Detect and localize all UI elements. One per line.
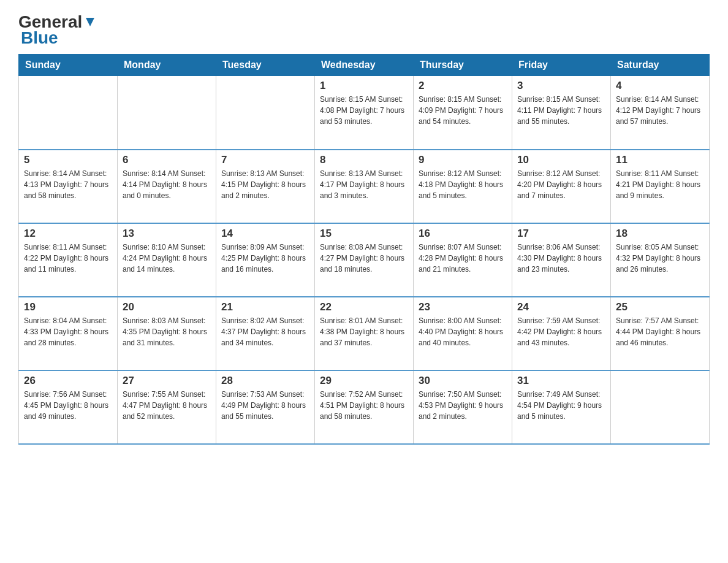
day-info: Sunrise: 7:59 AM Sunset: 4:42 PM Dayligh… (517, 315, 605, 348)
calendar-cell: 1Sunrise: 8:15 AM Sunset: 4:08 PM Daylig… (315, 76, 414, 150)
day-number: 17 (517, 228, 605, 240)
day-info: Sunrise: 8:02 AM Sunset: 4:37 PM Dayligh… (221, 315, 309, 348)
day-info: Sunrise: 8:07 AM Sunset: 4:28 PM Dayligh… (419, 242, 507, 275)
calendar-cell: 22Sunrise: 8:01 AM Sunset: 4:38 PM Dayli… (315, 297, 414, 370)
day-info: Sunrise: 7:49 AM Sunset: 4:54 PM Dayligh… (517, 389, 605, 422)
day-number: 19 (24, 301, 112, 313)
calendar-cell: 24Sunrise: 7:59 AM Sunset: 4:42 PM Dayli… (512, 297, 611, 370)
day-number: 29 (320, 375, 408, 387)
calendar-cell: 13Sunrise: 8:10 AM Sunset: 4:24 PM Dayli… (118, 223, 216, 297)
day-number: 9 (419, 154, 507, 166)
day-info: Sunrise: 8:04 AM Sunset: 4:33 PM Dayligh… (24, 315, 112, 348)
day-info: Sunrise: 8:11 AM Sunset: 4:22 PM Dayligh… (24, 242, 112, 275)
day-info: Sunrise: 8:13 AM Sunset: 4:15 PM Dayligh… (221, 168, 309, 201)
calendar-week-row: 1Sunrise: 8:15 AM Sunset: 4:08 PM Daylig… (19, 76, 710, 150)
day-info: Sunrise: 7:50 AM Sunset: 4:53 PM Dayligh… (419, 389, 507, 422)
day-number: 15 (320, 228, 408, 240)
day-number: 20 (123, 301, 211, 313)
calendar-week-row: 12Sunrise: 8:11 AM Sunset: 4:22 PM Dayli… (19, 223, 710, 297)
day-info: Sunrise: 7:56 AM Sunset: 4:45 PM Dayligh… (24, 389, 112, 422)
calendar-cell: 8Sunrise: 8:13 AM Sunset: 4:17 PM Daylig… (315, 150, 414, 223)
calendar-cell: 23Sunrise: 8:00 AM Sunset: 4:40 PM Dayli… (414, 297, 512, 370)
day-info: Sunrise: 8:03 AM Sunset: 4:35 PM Dayligh… (123, 315, 211, 348)
day-of-week-header: Wednesday (315, 55, 414, 76)
day-number: 14 (221, 228, 309, 240)
calendar-cell: 4Sunrise: 8:14 AM Sunset: 4:12 PM Daylig… (611, 76, 710, 150)
calendar-cell: 2Sunrise: 8:15 AM Sunset: 4:09 PM Daylig… (414, 76, 512, 150)
calendar-cell: 12Sunrise: 8:11 AM Sunset: 4:22 PM Dayli… (19, 223, 118, 297)
day-of-week-header: Tuesday (216, 55, 315, 76)
day-number: 1 (320, 80, 408, 92)
day-number: 27 (123, 375, 211, 387)
day-of-week-header: Sunday (19, 55, 118, 76)
day-number: 26 (24, 375, 112, 387)
calendar-cell: 16Sunrise: 8:07 AM Sunset: 4:28 PM Dayli… (414, 223, 512, 297)
calendar-week-row: 26Sunrise: 7:56 AM Sunset: 4:45 PM Dayli… (19, 370, 710, 444)
calendar-cell: 9Sunrise: 8:12 AM Sunset: 4:18 PM Daylig… (414, 150, 512, 223)
calendar-cell: 11Sunrise: 8:11 AM Sunset: 4:21 PM Dayli… (611, 150, 710, 223)
day-number: 24 (517, 301, 605, 313)
day-info: Sunrise: 8:06 AM Sunset: 4:30 PM Dayligh… (517, 242, 605, 275)
day-number: 10 (517, 154, 605, 166)
logo-triangle-icon (83, 15, 97, 29)
day-info: Sunrise: 8:10 AM Sunset: 4:24 PM Dayligh… (123, 242, 211, 275)
day-of-week-header: Saturday (611, 55, 710, 76)
day-number: 7 (221, 154, 309, 166)
day-info: Sunrise: 8:11 AM Sunset: 4:21 PM Dayligh… (616, 168, 704, 201)
calendar-cell: 25Sunrise: 7:57 AM Sunset: 4:44 PM Dayli… (611, 297, 710, 370)
day-number: 2 (419, 80, 507, 92)
logo-blue: Blue (21, 28, 58, 48)
calendar-cell (118, 76, 216, 150)
day-number: 4 (616, 80, 704, 92)
calendar-cell: 14Sunrise: 8:09 AM Sunset: 4:25 PM Dayli… (216, 223, 315, 297)
calendar-cell: 26Sunrise: 7:56 AM Sunset: 4:45 PM Dayli… (19, 370, 118, 444)
day-info: Sunrise: 8:15 AM Sunset: 4:09 PM Dayligh… (419, 94, 507, 127)
day-number: 31 (517, 375, 605, 387)
calendar-cell: 21Sunrise: 8:02 AM Sunset: 4:37 PM Dayli… (216, 297, 315, 370)
day-info: Sunrise: 8:05 AM Sunset: 4:32 PM Dayligh… (616, 242, 704, 275)
day-info: Sunrise: 7:57 AM Sunset: 4:44 PM Dayligh… (616, 315, 704, 348)
day-number: 8 (320, 154, 408, 166)
logo: General Blue (18, 12, 97, 48)
day-number: 12 (24, 228, 112, 240)
day-info: Sunrise: 8:12 AM Sunset: 4:20 PM Dayligh… (517, 168, 605, 201)
day-number: 22 (320, 301, 408, 313)
calendar-cell: 17Sunrise: 8:06 AM Sunset: 4:30 PM Dayli… (512, 223, 611, 297)
day-number: 25 (616, 301, 704, 313)
day-number: 5 (24, 154, 112, 166)
day-info: Sunrise: 7:52 AM Sunset: 4:51 PM Dayligh… (320, 389, 408, 422)
day-number: 3 (517, 80, 605, 92)
day-info: Sunrise: 8:15 AM Sunset: 4:08 PM Dayligh… (320, 94, 408, 127)
calendar-cell: 29Sunrise: 7:52 AM Sunset: 4:51 PM Dayli… (315, 370, 414, 444)
day-info: Sunrise: 8:00 AM Sunset: 4:40 PM Dayligh… (419, 315, 507, 348)
calendar-cell: 27Sunrise: 7:55 AM Sunset: 4:47 PM Dayli… (118, 370, 216, 444)
calendar-cell: 19Sunrise: 8:04 AM Sunset: 4:33 PM Dayli… (19, 297, 118, 370)
calendar-cell: 30Sunrise: 7:50 AM Sunset: 4:53 PM Dayli… (414, 370, 512, 444)
day-info: Sunrise: 8:01 AM Sunset: 4:38 PM Dayligh… (320, 315, 408, 348)
calendar-cell: 31Sunrise: 7:49 AM Sunset: 4:54 PM Dayli… (512, 370, 611, 444)
day-info: Sunrise: 8:13 AM Sunset: 4:17 PM Dayligh… (320, 168, 408, 201)
day-number: 28 (221, 375, 309, 387)
day-number: 13 (123, 228, 211, 240)
calendar-cell: 10Sunrise: 8:12 AM Sunset: 4:20 PM Dayli… (512, 150, 611, 223)
day-info: Sunrise: 8:15 AM Sunset: 4:11 PM Dayligh… (517, 94, 605, 127)
svg-marker-0 (86, 18, 94, 26)
day-number: 23 (419, 301, 507, 313)
calendar-cell (19, 76, 118, 150)
calendar-cell (216, 76, 315, 150)
calendar-header-row: SundayMondayTuesdayWednesdayThursdayFrid… (19, 55, 710, 76)
day-number: 16 (419, 228, 507, 240)
day-of-week-header: Monday (118, 55, 216, 76)
calendar-cell: 15Sunrise: 8:08 AM Sunset: 4:27 PM Dayli… (315, 223, 414, 297)
day-info: Sunrise: 8:14 AM Sunset: 4:12 PM Dayligh… (616, 94, 704, 127)
calendar-table: SundayMondayTuesdayWednesdayThursdayFrid… (18, 54, 710, 445)
day-info: Sunrise: 8:12 AM Sunset: 4:18 PM Dayligh… (419, 168, 507, 201)
calendar-cell: 3Sunrise: 8:15 AM Sunset: 4:11 PM Daylig… (512, 76, 611, 150)
day-number: 6 (123, 154, 211, 166)
day-info: Sunrise: 8:14 AM Sunset: 4:14 PM Dayligh… (123, 168, 211, 201)
calendar-cell: 18Sunrise: 8:05 AM Sunset: 4:32 PM Dayli… (611, 223, 710, 297)
calendar-week-row: 5Sunrise: 8:14 AM Sunset: 4:13 PM Daylig… (19, 150, 710, 223)
day-info: Sunrise: 8:14 AM Sunset: 4:13 PM Dayligh… (24, 168, 112, 201)
day-of-week-header: Friday (512, 55, 611, 76)
day-info: Sunrise: 8:09 AM Sunset: 4:25 PM Dayligh… (221, 242, 309, 275)
